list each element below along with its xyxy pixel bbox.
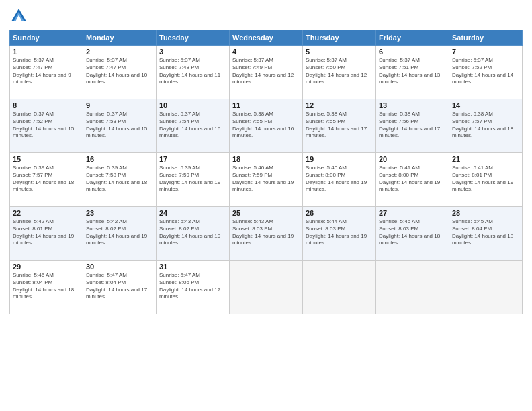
day-number: 18 [232,155,300,163]
day-cell: 13Sunrise: 5:38 AMSunset: 7:56 PMDayligh… [376,99,449,153]
day-number: 13 [379,101,446,109]
day-cell: 3Sunrise: 5:37 AMSunset: 7:48 PMDaylight… [157,46,230,99]
day-cell: 18Sunrise: 5:40 AMSunset: 7:59 PMDayligh… [230,153,303,207]
header-cell-monday: Monday [83,30,157,46]
day-cell: 14Sunrise: 5:38 AMSunset: 7:57 PMDayligh… [449,99,523,153]
day-number: 20 [379,155,446,163]
header-row: SundayMondayTuesdayWednesdayThursdayFrid… [10,30,523,46]
day-cell: 4Sunrise: 5:37 AMSunset: 7:49 PMDaylight… [230,46,303,99]
day-number: 7 [452,48,519,56]
day-cell: 1Sunrise: 5:37 AMSunset: 7:47 PMDaylight… [10,46,83,99]
day-cell: 7Sunrise: 5:37 AMSunset: 7:52 PMDaylight… [449,46,523,99]
day-info: Sunrise: 5:47 AMSunset: 8:05 PMDaylight:… [159,272,226,301]
day-cell: 22Sunrise: 5:42 AMSunset: 8:01 PMDayligh… [10,207,83,261]
day-info: Sunrise: 5:37 AMSunset: 7:52 PMDaylight:… [452,57,519,86]
day-number: 23 [86,209,153,217]
day-number: 5 [306,48,373,56]
header-cell-thursday: Thursday [303,30,376,46]
day-cell: 31Sunrise: 5:47 AMSunset: 8:05 PMDayligh… [157,261,230,314]
day-number: 19 [306,155,373,163]
day-number: 22 [13,209,80,217]
week-row-1: 1Sunrise: 5:37 AMSunset: 7:47 PMDaylight… [10,46,523,99]
day-info: Sunrise: 5:44 AMSunset: 8:03 PMDaylight:… [306,218,373,247]
day-info: Sunrise: 5:45 AMSunset: 8:04 PMDaylight:… [452,218,519,247]
header-cell-saturday: Saturday [449,30,523,46]
day-info: Sunrise: 5:37 AMSunset: 7:51 PMDaylight:… [379,57,446,86]
header [9,7,523,26]
day-cell: 25Sunrise: 5:43 AMSunset: 8:03 PMDayligh… [230,207,303,261]
day-number: 6 [379,48,446,56]
day-cell: 23Sunrise: 5:42 AMSunset: 8:02 PMDayligh… [83,207,157,261]
day-info: Sunrise: 5:39 AMSunset: 7:57 PMDaylight:… [13,165,80,193]
day-cell: 5Sunrise: 5:37 AMSunset: 7:50 PMDaylight… [303,46,376,99]
day-cell: 6Sunrise: 5:37 AMSunset: 7:51 PMDaylight… [376,46,449,99]
day-cell [449,261,523,314]
day-cell: 20Sunrise: 5:41 AMSunset: 8:00 PMDayligh… [376,153,449,207]
day-info: Sunrise: 5:46 AMSunset: 8:04 PMDaylight:… [13,272,80,301]
day-info: Sunrise: 5:37 AMSunset: 7:52 PMDaylight:… [13,111,80,140]
day-number: 4 [232,48,300,56]
day-number: 29 [13,263,80,271]
day-info: Sunrise: 5:43 AMSunset: 8:03 PMDaylight:… [232,218,300,247]
day-info: Sunrise: 5:38 AMSunset: 7:55 PMDaylight:… [306,111,373,140]
day-info: Sunrise: 5:38 AMSunset: 7:56 PMDaylight:… [379,111,446,140]
day-info: Sunrise: 5:38 AMSunset: 7:57 PMDaylight:… [452,111,519,140]
day-number: 21 [452,155,519,163]
day-cell: 27Sunrise: 5:45 AMSunset: 8:03 PMDayligh… [376,207,449,261]
day-info: Sunrise: 5:42 AMSunset: 8:01 PMDaylight:… [13,218,80,247]
day-info: Sunrise: 5:41 AMSunset: 8:01 PMDaylight:… [452,165,519,193]
day-info: Sunrise: 5:37 AMSunset: 7:49 PMDaylight:… [232,57,300,86]
day-cell [303,261,376,314]
logo-icon [9,7,28,26]
week-row-5: 29Sunrise: 5:46 AMSunset: 8:04 PMDayligh… [10,261,523,314]
day-number: 31 [159,263,226,271]
day-cell: 19Sunrise: 5:40 AMSunset: 8:00 PMDayligh… [303,153,376,207]
day-info: Sunrise: 5:43 AMSunset: 8:02 PMDaylight:… [159,218,226,247]
day-number: 2 [86,48,153,56]
header-cell-friday: Friday [376,30,449,46]
day-cell: 29Sunrise: 5:46 AMSunset: 8:04 PMDayligh… [10,261,83,314]
day-number: 8 [13,101,80,109]
logo [9,7,31,26]
day-cell: 26Sunrise: 5:44 AMSunset: 8:03 PMDayligh… [303,207,376,261]
header-cell-wednesday: Wednesday [230,30,303,46]
day-cell: 24Sunrise: 5:43 AMSunset: 8:02 PMDayligh… [157,207,230,261]
day-number: 25 [232,209,300,217]
day-info: Sunrise: 5:39 AMSunset: 7:58 PMDaylight:… [86,165,153,193]
day-cell: 11Sunrise: 5:38 AMSunset: 7:55 PMDayligh… [230,99,303,153]
day-number: 26 [306,209,373,217]
day-info: Sunrise: 5:39 AMSunset: 7:59 PMDaylight:… [159,165,226,193]
day-number: 1 [13,48,80,56]
day-cell [376,261,449,314]
day-number: 16 [86,155,153,163]
page: SundayMondayTuesdayWednesdayThursdayFrid… [0,0,532,411]
day-cell: 2Sunrise: 5:37 AMSunset: 7:47 PMDaylight… [83,46,157,99]
day-number: 24 [159,209,226,217]
day-cell [230,261,303,314]
day-cell: 12Sunrise: 5:38 AMSunset: 7:55 PMDayligh… [303,99,376,153]
day-number: 12 [306,101,373,109]
calendar-table: SundayMondayTuesdayWednesdayThursdayFrid… [9,30,523,314]
day-number: 10 [159,101,226,109]
day-number: 9 [86,101,153,109]
day-number: 14 [452,101,519,109]
day-info: Sunrise: 5:37 AMSunset: 7:47 PMDaylight:… [86,57,153,86]
day-info: Sunrise: 5:45 AMSunset: 8:03 PMDaylight:… [379,218,446,247]
day-info: Sunrise: 5:37 AMSunset: 7:50 PMDaylight:… [306,57,373,86]
day-cell: 9Sunrise: 5:37 AMSunset: 7:53 PMDaylight… [83,99,157,153]
week-row-2: 8Sunrise: 5:37 AMSunset: 7:52 PMDaylight… [10,99,523,153]
day-cell: 17Sunrise: 5:39 AMSunset: 7:59 PMDayligh… [157,153,230,207]
day-cell: 28Sunrise: 5:45 AMSunset: 8:04 PMDayligh… [449,207,523,261]
day-cell: 15Sunrise: 5:39 AMSunset: 7:57 PMDayligh… [10,153,83,207]
day-info: Sunrise: 5:37 AMSunset: 7:54 PMDaylight:… [159,111,226,140]
day-info: Sunrise: 5:42 AMSunset: 8:02 PMDaylight:… [86,218,153,247]
header-cell-sunday: Sunday [10,30,83,46]
day-info: Sunrise: 5:37 AMSunset: 7:48 PMDaylight:… [159,57,226,86]
day-info: Sunrise: 5:38 AMSunset: 7:55 PMDaylight:… [232,111,300,140]
day-number: 11 [232,101,300,109]
day-cell: 16Sunrise: 5:39 AMSunset: 7:58 PMDayligh… [83,153,157,207]
day-info: Sunrise: 5:40 AMSunset: 8:00 PMDaylight:… [306,165,373,193]
day-info: Sunrise: 5:41 AMSunset: 8:00 PMDaylight:… [379,165,446,193]
day-number: 28 [452,209,519,217]
day-cell: 21Sunrise: 5:41 AMSunset: 8:01 PMDayligh… [449,153,523,207]
